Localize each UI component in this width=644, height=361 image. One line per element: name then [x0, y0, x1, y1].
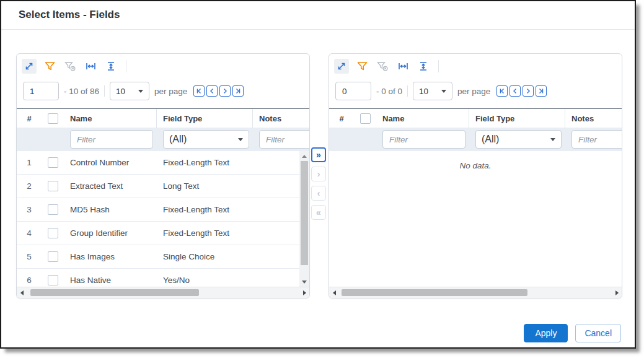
move-all-left-button[interactable]: « [311, 205, 326, 220]
column-header-name[interactable]: Name [376, 109, 469, 128]
select-all-cell [354, 113, 376, 124]
chevron-down-icon [138, 90, 143, 93]
row-checkbox[interactable] [48, 204, 58, 215]
row-checkbox[interactable] [48, 157, 58, 168]
move-all-right-button[interactable]: » [311, 147, 326, 162]
fit-row-height-icon[interactable] [104, 59, 118, 74]
page-number-input[interactable] [335, 82, 371, 100]
filter-icon[interactable] [355, 59, 369, 74]
row-checkbox[interactable] [48, 228, 58, 238]
triangle-right-icon [615, 290, 619, 295]
expand-icon[interactable] [22, 59, 37, 74]
column-header-notes[interactable]: Notes [253, 114, 309, 123]
column-header-field-type[interactable]: Field Type [157, 109, 253, 128]
scrollbar-thumb[interactable] [30, 289, 199, 296]
expand-icon[interactable] [334, 59, 349, 74]
cell-name: Has Images [64, 252, 157, 261]
fit-column-width-icon[interactable] [83, 59, 98, 74]
select-all-cell [42, 113, 64, 124]
field-type-filter-cell: (All) [469, 130, 565, 149]
triangle-down-icon [302, 281, 307, 284]
column-header-number[interactable]: # [17, 114, 42, 123]
page-range-text: - 0 of 0 [376, 87, 402, 96]
previous-page-button[interactable] [206, 85, 218, 97]
scroll-right-button[interactable] [299, 287, 309, 298]
right-toolbar [329, 54, 622, 79]
available-items-panel: - 10 of 86 10 per page [16, 53, 310, 298]
column-header-field-type[interactable]: Field Type [469, 109, 565, 128]
filter-icon[interactable] [42, 59, 57, 74]
scrollbar-thumb[interactable] [301, 161, 308, 265]
chevron-down-icon [550, 138, 555, 141]
scroll-down-button[interactable] [299, 277, 309, 286]
pagination-buttons [193, 85, 244, 97]
notes-filter-cell [253, 130, 309, 149]
cell-name: Extracted Text [64, 181, 157, 191]
table-row[interactable]: 5 Has Images Single Choice [17, 245, 309, 269]
table-row[interactable]: 6 Has Native Yes/No [17, 269, 309, 287]
apply-button[interactable]: Apply [524, 324, 568, 342]
scroll-left-button[interactable] [329, 287, 339, 298]
name-filter-cell [376, 130, 469, 149]
page-size-dropdown[interactable]: 10 [110, 82, 149, 100]
scroll-right-button[interactable] [612, 287, 622, 298]
clear-filter-icon[interactable] [63, 59, 77, 74]
left-rows-viewport: 1 Control Number Fixed-Length Text 2 Ext… [17, 151, 309, 287]
scroll-up-button[interactable] [299, 152, 309, 160]
row-checkbox[interactable] [48, 251, 58, 262]
field-type-filter-dropdown[interactable]: (All) [475, 130, 562, 149]
column-header-notes[interactable]: Notes [565, 114, 622, 123]
last-page-button[interactable] [536, 85, 547, 97]
cell-name: MD5 Hash [64, 205, 157, 214]
notes-filter-input[interactable] [259, 130, 310, 149]
select-all-checkbox[interactable] [360, 113, 371, 124]
name-filter-input[interactable] [382, 130, 465, 149]
name-filter-cell [64, 130, 157, 149]
field-type-filter-dropdown[interactable]: (All) [163, 130, 249, 149]
triangle-right-icon [303, 290, 306, 295]
select-all-checkbox[interactable] [48, 113, 58, 124]
notes-filter-input[interactable] [571, 130, 622, 149]
column-header-number[interactable]: # [329, 114, 354, 123]
scroll-left-button[interactable] [17, 287, 27, 298]
fit-row-height-icon[interactable] [416, 59, 431, 74]
row-number: 2 [17, 181, 42, 191]
cancel-button[interactable]: Cancel [575, 324, 621, 342]
clear-filter-icon[interactable] [375, 59, 390, 74]
row-checkbox[interactable] [48, 275, 58, 285]
table-row[interactable]: 2 Extracted Text Long Text [17, 175, 309, 198]
row-check-cell [42, 157, 64, 168]
last-page-button[interactable] [232, 85, 244, 97]
page-size-dropdown[interactable]: 10 [413, 82, 452, 100]
cell-field-type: Fixed-Length Text [157, 158, 253, 167]
next-page-button[interactable] [523, 85, 534, 97]
name-filter-input[interactable] [70, 130, 153, 149]
first-page-button[interactable] [193, 85, 205, 97]
right-grid-header: # Name Field Type Notes [329, 108, 622, 128]
vertical-scrollbar[interactable] [299, 151, 309, 287]
horizontal-scrollbar[interactable] [329, 287, 622, 298]
right-rows-viewport: No data. [329, 151, 622, 287]
field-type-filter-value: (All) [169, 134, 187, 145]
scrollbar-thumb[interactable] [342, 289, 527, 296]
table-row[interactable]: 3 MD5 Hash Fixed-Length Text [17, 198, 309, 222]
select-items-dialog: Select Items - Fields [0, 0, 636, 349]
dialog-title: Select Items - Fields [19, 9, 120, 21]
cell-field-type: Long Text [157, 181, 253, 191]
horizontal-scrollbar[interactable] [17, 287, 309, 298]
table-row[interactable]: 4 Group Identifier Fixed-Length Text [17, 222, 309, 245]
move-selected-left-button[interactable]: ‹ [311, 186, 326, 201]
left-toolbar [17, 54, 309, 79]
move-selected-right-button[interactable]: › [311, 167, 326, 181]
next-page-button[interactable] [219, 85, 231, 97]
fit-column-width-icon[interactable] [395, 59, 410, 74]
row-check-cell [42, 181, 64, 191]
previous-page-button[interactable] [509, 85, 521, 97]
row-check-cell [42, 275, 64, 285]
first-page-button[interactable] [496, 85, 508, 97]
table-row[interactable]: 1 Control Number Fixed-Length Text [17, 151, 309, 175]
column-header-name[interactable]: Name [64, 109, 157, 128]
row-checkbox[interactable] [48, 181, 58, 191]
left-pager: - 10 of 86 10 per page [17, 79, 309, 108]
page-number-input[interactable] [23, 82, 59, 100]
